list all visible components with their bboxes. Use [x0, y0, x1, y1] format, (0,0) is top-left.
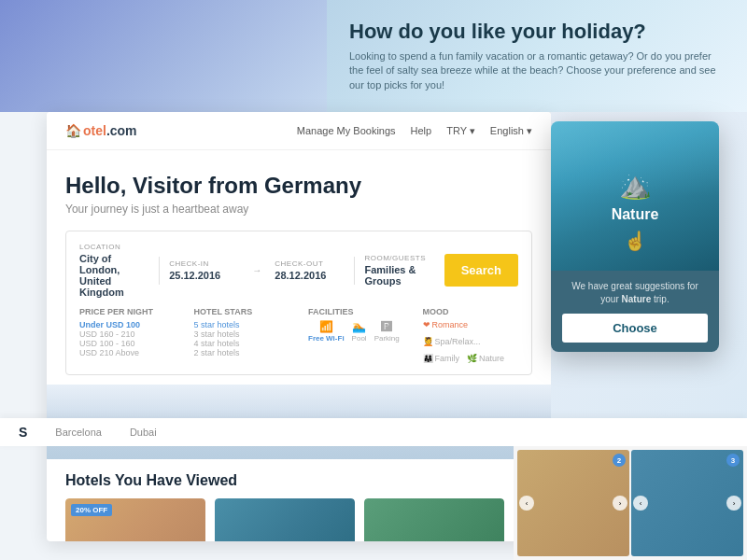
stars-2[interactable]: 2 star hotels — [194, 348, 290, 357]
hotel-card-3[interactable]: Best Western Maitrise Suites An Apartmen… — [364, 498, 504, 541]
bg-gradient-left — [0, 0, 327, 112]
hotel-img-3 — [364, 498, 504, 541]
logo-icon: 🏠 — [65, 123, 81, 138]
popup-title: Nature — [612, 206, 659, 223]
popup-body-text: We have great suggestions for your Natur… — [562, 280, 708, 306]
mountain-icon: ⛰️ — [619, 170, 652, 201]
checkout-label: CHECK-OUT — [275, 259, 345, 268]
price-filter: Price Per Night Under USD 100 USD 160 - … — [79, 307, 176, 363]
stars-filter-title: Hotel Stars — [194, 307, 290, 316]
romance-icon: ❤ — [423, 320, 430, 329]
spa-icon: 💆 — [423, 337, 433, 346]
mood-nature[interactable]: 🌿 Nature — [467, 354, 504, 363]
mood-filter: Mood ❤ Romance 💆 Spa/Relax... 👨‍👩‍👧 Fami… — [423, 307, 519, 363]
navbar: 🏠 otel.com Manage My Bookings Help TRY E… — [47, 112, 551, 150]
dest-dubai[interactable]: Dubai — [130, 427, 157, 438]
facility-pool[interactable]: 🏊 Pool — [352, 320, 367, 343]
thumb-next-2[interactable]: › — [726, 496, 741, 511]
mood-spa-label: Spa/Relax... — [435, 337, 481, 346]
facilities-list: 📶 Free Wi-Fi 🏊 Pool 🅿 Parking — [308, 320, 404, 343]
field-divider-2 — [354, 257, 355, 285]
guests-value: Families & Groups — [364, 264, 434, 287]
nav-manage-bookings[interactable]: Manage My Bookings — [297, 125, 396, 137]
stars-3[interactable]: 3 star hotels — [194, 329, 290, 339]
logo: 🏠 otel.com — [65, 123, 137, 138]
location-field[interactable]: LOCATION City of London, United Kingdom — [79, 243, 149, 298]
cursor-icon: ☝ — [624, 230, 647, 252]
price-210-above[interactable]: USD 210 Above — [79, 348, 176, 357]
search-box: LOCATION City of London, United Kingdom … — [65, 231, 532, 375]
arrow-icon: → — [252, 265, 261, 275]
thumb-next-1[interactable]: › — [613, 496, 627, 511]
mood-filter-title: Mood — [423, 307, 519, 316]
hero-subtitle: Your journey is just a heartbeat away — [65, 203, 532, 216]
hotel-card-2[interactable]: Best Western Maitrise Suites An Apartmen… — [215, 498, 355, 541]
bottom-thumb-2[interactable]: 3 ‹ › — [631, 450, 743, 556]
nav-try[interactable]: TRY — [446, 125, 475, 137]
facilities-filter-title: Facilities — [308, 307, 404, 316]
price-160-210[interactable]: USD 160 - 210 — [79, 329, 176, 339]
hotels-title: Hotels You Have Viewed — [65, 472, 237, 489]
popup-nature-emphasis: Nature — [622, 294, 652, 304]
hotels-header: Hotels You Have Viewed — [65, 459, 532, 498]
dest-label-s: S — [19, 425, 27, 440]
checkout-value: 28.12.2016 — [275, 270, 345, 281]
parking-icon: 🅿 — [381, 320, 392, 333]
location-label: LOCATION — [79, 243, 149, 251]
hero-title: Hello, Visitor from Germany — [65, 173, 532, 199]
mood-romance-label: Romance — [432, 320, 469, 329]
discount-badge-1: 20% OFF — [71, 504, 112, 516]
facility-pool-label: Pool — [352, 334, 367, 343]
banner-title: How do you like your holiday? — [349, 20, 725, 44]
thumb-prev-1[interactable]: ‹ — [519, 496, 534, 511]
guests-field[interactable]: ROOM/GUESTS Families & Groups — [364, 254, 434, 287]
mood-family[interactable]: 👨‍👩‍👧 Family — [423, 354, 460, 363]
nav-help[interactable]: Help — [411, 125, 432, 137]
thumb-num-1: 2 — [613, 454, 626, 467]
mood-spa[interactable]: 💆 Spa/Relax... — [423, 337, 481, 346]
nav-links: Manage My Bookings Help TRY English — [297, 125, 532, 137]
mood-nature-label: Nature — [479, 354, 504, 363]
choose-button[interactable]: Choose — [562, 314, 708, 343]
family-icon: 👨‍👩‍👧 — [423, 354, 433, 363]
thumb-prev-2[interactable]: ‹ — [633, 496, 648, 511]
hotel-img-bg-3 — [364, 498, 504, 541]
popup-image-area: ⛰️ Nature ☝ — [551, 121, 719, 271]
hero-section: Hello, Visitor from Germany Your journey… — [47, 150, 551, 231]
hotel-img-2 — [215, 498, 355, 541]
checkin-value: 25.12.2016 — [169, 270, 239, 281]
hotel-img-bg-2 — [215, 498, 355, 541]
location-value: City of London, United Kingdom — [79, 253, 149, 298]
nature-icon: 🌿 — [467, 354, 477, 363]
logo-text: otel.com — [83, 123, 137, 138]
nature-popup: ⛰️ Nature ☝ We have great suggestions fo… — [551, 121, 719, 352]
mood-family-label: Family — [435, 354, 460, 363]
bottom-hotel-thumbs: 2 ‹ › 3 ‹ › — [514, 446, 747, 560]
wifi-icon: 📶 — [319, 320, 333, 333]
destinations-bar: S Barcelona Dubai — [0, 418, 747, 446]
price-under-100[interactable]: Under USD 100 — [79, 320, 176, 329]
checkout-field[interactable]: CHECK-OUT 28.12.2016 — [275, 259, 345, 281]
hotel-img-1: 20% OFF — [65, 498, 205, 541]
hotels-section: Hotels You Have Viewed 20% OFF Best West… — [47, 459, 551, 541]
search-button[interactable]: Search — [444, 254, 518, 287]
bottom-thumb-1[interactable]: 2 ‹ › — [517, 450, 629, 556]
stars-5[interactable]: 5 star hotels — [194, 320, 290, 329]
popup-body: We have great suggestions for your Natur… — [551, 271, 719, 352]
checkin-label: CHECK-IN — [169, 259, 239, 268]
hotel-card-1[interactable]: 20% OFF Best Western Maitrise Suites An … — [65, 498, 205, 541]
stars-filter: Hotel Stars 5 star hotels 3 star hotels … — [194, 307, 290, 363]
nav-english[interactable]: English — [490, 125, 532, 137]
main-card: 🏠 otel.com Manage My Bookings Help TRY E… — [47, 112, 551, 541]
facilities-filter: Facilities 📶 Free Wi-Fi 🏊 Pool 🅿 Parking — [308, 307, 404, 363]
checkin-field[interactable]: CHECK-IN 25.12.2016 — [169, 259, 239, 281]
facility-wifi[interactable]: 📶 Free Wi-Fi — [308, 320, 345, 343]
guests-label: ROOM/GUESTS — [364, 254, 434, 262]
stars-4[interactable]: 4 star hotels — [194, 339, 290, 348]
dest-barcelona[interactable]: Barcelona — [55, 427, 102, 438]
mood-romance[interactable]: ❤ Romance — [423, 320, 469, 329]
facility-parking[interactable]: 🅿 Parking — [374, 320, 400, 343]
price-100-160[interactable]: USD 100 - 160 — [79, 339, 176, 348]
price-filter-title: Price Per Night — [79, 307, 176, 316]
mood-list: ❤ Romance 💆 Spa/Relax... 👨‍👩‍👧 Family 🌿 … — [423, 320, 519, 363]
